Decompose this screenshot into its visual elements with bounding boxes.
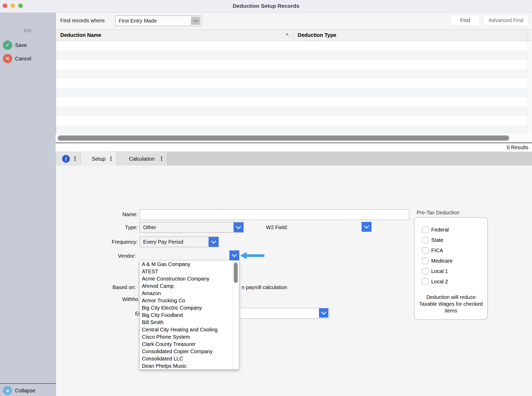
save-button[interactable]: ✓ Save bbox=[0, 40, 56, 50]
title-bar: Deduction Setup Records bbox=[0, 0, 532, 13]
checkbox[interactable] bbox=[422, 268, 429, 275]
type-dropdown[interactable]: Other bbox=[139, 222, 244, 233]
column-divider-right bbox=[527, 31, 527, 40]
sidebar: DO ✓ Save ✕ Cancel « Collapse bbox=[0, 12, 56, 396]
tab-info[interactable]: i ⋮ bbox=[56, 152, 81, 166]
checkbox-label: Local 2 bbox=[431, 279, 448, 285]
pretax-checkbox-row: State bbox=[422, 237, 453, 243]
tab-setup[interactable]: Setup ⋮ bbox=[81, 152, 117, 166]
tab-calculation[interactable]: Calculation ⋮ bbox=[117, 152, 167, 166]
vendor-dropdown-button[interactable] bbox=[229, 250, 239, 260]
vendor-option[interactable]: Big City Foodland bbox=[140, 311, 239, 319]
vendor-option[interactable]: Bill Smith bbox=[140, 319, 239, 326]
cancel-button[interactable]: ✕ Cancel bbox=[0, 54, 56, 64]
checkbox[interactable] bbox=[422, 278, 429, 285]
er-dropdown-button[interactable] bbox=[319, 308, 328, 318]
advanced-find-button[interactable]: Advanced Find bbox=[484, 15, 528, 26]
vendor-list-scrollbar-thumb[interactable] bbox=[234, 263, 238, 283]
vendor-option[interactable]: Consolidated LLC bbox=[140, 355, 239, 362]
frequency-value: Every Pay Period bbox=[143, 237, 183, 247]
vendor-option[interactable]: Dean Phelps Music bbox=[140, 362, 239, 370]
checkbox-label: Medicare bbox=[431, 258, 453, 264]
vendor-option[interactable]: Armor Trucking Co bbox=[140, 297, 239, 304]
find-field-value: First Entry Made bbox=[119, 16, 157, 26]
pretax-checkbox-row: Local 1 bbox=[422, 268, 453, 275]
withholding-label: Withho bbox=[122, 296, 138, 302]
vendor-option[interactable]: ATEST bbox=[140, 268, 239, 275]
pretax-checkbox-row: Medicare bbox=[422, 257, 453, 264]
vendor-option[interactable]: Clark County Treasurer bbox=[140, 340, 239, 348]
column-header-deduction-type[interactable]: Deduction Type bbox=[298, 30, 336, 41]
chevron-down-icon bbox=[211, 238, 216, 244]
vendor-option[interactable]: Big City Electric Company bbox=[140, 304, 239, 311]
frequency-label: Frequency: bbox=[99, 239, 138, 245]
vendor-option[interactable]: A & M Gas Company bbox=[140, 261, 239, 268]
sort-ascending-icon[interactable]: ^ bbox=[286, 30, 288, 41]
save-label: Save bbox=[15, 40, 27, 50]
payroll-calculation-text: n payroll calculation bbox=[242, 284, 287, 290]
pretax-deduction-panel: Federal State FICA Medicare bbox=[414, 217, 488, 320]
checkbox-label: Local 1 bbox=[431, 268, 448, 274]
chevron-down-icon bbox=[321, 310, 326, 315]
find-field-dropdown-button[interactable] bbox=[191, 17, 200, 25]
find-button[interactable]: Find bbox=[451, 15, 480, 26]
checkbox[interactable] bbox=[422, 237, 429, 243]
column-divider[interactable] bbox=[293, 31, 293, 40]
checkbox[interactable] bbox=[422, 257, 429, 264]
frequency-dropdown-button[interactable] bbox=[209, 237, 218, 247]
vendor-label: Vendor: bbox=[97, 253, 136, 259]
checkbox-label: Federal bbox=[431, 227, 449, 233]
based-on-label: Based on: bbox=[97, 284, 136, 290]
checkbox[interactable] bbox=[422, 247, 429, 254]
vendor-list-scrollbar-track[interactable] bbox=[232, 261, 239, 369]
type-value: Other bbox=[143, 222, 156, 232]
vendor-option[interactable]: Acme Construction Company bbox=[140, 275, 239, 282]
sidebar-divider bbox=[0, 383, 56, 384]
vendor-option[interactable]: Amazon bbox=[140, 290, 239, 297]
chevron-down-icon bbox=[232, 252, 237, 257]
vendor-option[interactable]: Ahmod Camp bbox=[140, 282, 239, 290]
deduction-setup-window: Deduction Setup Records DO ✓ Save ✕ Canc… bbox=[0, 0, 532, 396]
chevron-down-icon bbox=[193, 17, 198, 23]
checkbox-label: FICA bbox=[431, 248, 443, 254]
type-dropdown-button[interactable] bbox=[234, 222, 243, 232]
horizontal-scrollbar[interactable] bbox=[56, 134, 532, 142]
name-label: Name: bbox=[99, 211, 138, 217]
window-title: Deduction Setup Records bbox=[0, 0, 532, 12]
sidebar-heading: DO bbox=[0, 28, 56, 33]
chevron-down-icon bbox=[236, 224, 241, 229]
tab-options-icon[interactable]: ⋮ bbox=[108, 152, 114, 166]
pretax-note: Deduction will reduce Taxable Wages for … bbox=[418, 294, 484, 314]
cancel-label: Cancel bbox=[15, 54, 31, 63]
chevron-down-icon bbox=[364, 223, 369, 229]
w2-field-dropdown-button[interactable] bbox=[362, 222, 371, 232]
name-input[interactable] bbox=[139, 209, 409, 220]
checkbox[interactable] bbox=[422, 226, 429, 233]
vertical-scrollbar-track[interactable] bbox=[527, 41, 531, 134]
frequency-dropdown[interactable]: Every Pay Period bbox=[139, 236, 219, 247]
collapse-label: Collapse bbox=[15, 386, 35, 395]
pretax-checkbox-row: FICA bbox=[422, 247, 453, 254]
checkbox-label: State bbox=[431, 237, 443, 243]
results-table-body[interactable] bbox=[56, 41, 527, 134]
cancel-x-icon: ✕ bbox=[3, 54, 12, 63]
tab-options-icon[interactable]: ⋮ bbox=[159, 152, 164, 166]
info-icon: i bbox=[62, 155, 70, 163]
save-check-icon: ✓ bbox=[3, 40, 12, 50]
column-header-deduction-name[interactable]: Deduction Name bbox=[60, 30, 101, 41]
find-records-where-label: Find records where bbox=[60, 18, 105, 24]
find-field-dropdown[interactable]: First Entry Made bbox=[115, 15, 202, 26]
pretax-checkbox-row: Federal bbox=[422, 226, 453, 233]
collapse-chevrons-icon: « bbox=[3, 386, 12, 395]
horizontal-scrollbar-thumb[interactable] bbox=[58, 135, 509, 141]
type-label: Type: bbox=[99, 224, 138, 230]
er-label: Er bbox=[127, 311, 140, 317]
results-status-row: 0 Results bbox=[56, 143, 532, 152]
vendor-option[interactable]: Cisco Phone System bbox=[140, 333, 239, 340]
table-header: Deduction Name ^ Deduction Type bbox=[56, 29, 531, 41]
annotation-arrow-icon bbox=[240, 252, 265, 259]
vendor-option[interactable]: Consolidated Copier Company bbox=[140, 348, 239, 355]
collapse-button[interactable]: « Collapse bbox=[0, 386, 56, 396]
vendor-option[interactable]: Central City Heating and Cooling bbox=[140, 326, 239, 333]
tab-options-icon[interactable]: ⋮ bbox=[72, 152, 78, 166]
